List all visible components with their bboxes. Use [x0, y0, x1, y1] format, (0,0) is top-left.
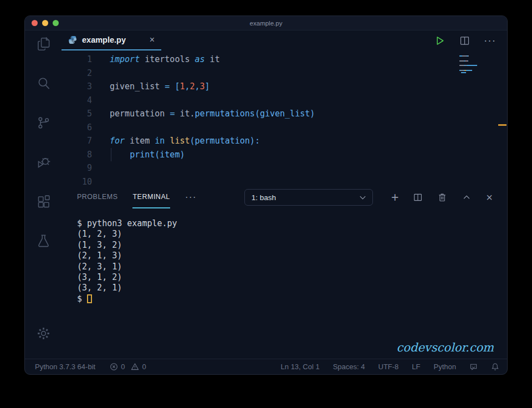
indent-guide — [111, 148, 111, 161]
close-panel-icon[interactable]: × — [486, 192, 493, 203]
line-number: 7 — [62, 134, 92, 148]
cursor-position-status[interactable]: Ln 13, Col 1 — [281, 363, 320, 371]
line-number: 6 — [62, 121, 92, 135]
feedback-icon[interactable] — [469, 363, 478, 371]
code-line[interactable] — [110, 67, 507, 80]
language-mode-status[interactable]: Python — [434, 363, 456, 371]
extensions-icon[interactable] — [25, 188, 62, 215]
tab-example-py[interactable]: example.py × — [62, 30, 161, 50]
vscode-window: example.py — [24, 16, 508, 375]
split-editor-icon[interactable] — [459, 35, 470, 47]
activity-bar — [25, 30, 62, 359]
explorer-icon[interactable] — [25, 30, 62, 57]
line-number: 10 — [62, 175, 92, 189]
search-icon[interactable] — [25, 70, 62, 96]
warning-icon — [131, 363, 139, 371]
terminal-prompt: $ — [77, 294, 82, 304]
minimize-window-button[interactable] — [42, 20, 48, 26]
settings-gear-icon[interactable] — [25, 320, 62, 346]
line-number: 4 — [62, 94, 92, 108]
code-line[interactable] — [110, 121, 507, 135]
test-beaker-icon[interactable] — [25, 227, 62, 254]
notifications-bell-icon[interactable] — [491, 363, 499, 371]
traffic-lights — [32, 20, 59, 26]
code-line[interactable] — [110, 94, 507, 108]
terminal-select-value: 1: bash — [252, 193, 276, 202]
terminal-line: (3, 2, 1) — [77, 283, 507, 293]
line-number: 2 — [62, 67, 92, 80]
maximize-window-button[interactable] — [53, 20, 59, 26]
line-number: 3 — [62, 80, 92, 94]
terminal-cursor — [87, 294, 92, 303]
tab-terminal[interactable]: TERMINAL — [132, 186, 170, 208]
watermark-text: codevscolor.com — [397, 341, 494, 354]
python-interpreter-status[interactable]: Python 3.7.3 64-bit — [35, 363, 95, 371]
window-title: example.py — [25, 20, 507, 27]
chevron-down-icon — [359, 193, 367, 202]
terminal-output[interactable]: $ python3 example.py(1, 2, 3)(1, 3, 2)(2… — [62, 208, 507, 359]
code-line[interactable]: given_list = [1,2,3] — [110, 80, 507, 94]
terminal-line: (3, 1, 2) — [77, 272, 507, 283]
error-count: 0 — [121, 363, 125, 371]
code-line[interactable] — [110, 161, 507, 175]
code-line[interactable] — [110, 175, 507, 189]
line-number: 9 — [62, 161, 92, 175]
code-line[interactable]: for item in list(permutation): — [110, 134, 507, 148]
terminal-prompt-line[interactable]: $ — [77, 294, 507, 304]
code-line[interactable]: import itertools as it — [110, 53, 507, 67]
new-terminal-icon[interactable]: + — [391, 191, 398, 204]
split-terminal-icon[interactable] — [413, 192, 423, 202]
terminal-line: (1, 2, 3) — [77, 229, 507, 239]
run-file-button[interactable] — [434, 35, 446, 47]
code-line[interactable]: permutation = it.permutations(given_list… — [110, 107, 507, 121]
warning-count: 0 — [142, 363, 146, 371]
tab-close-icon[interactable]: × — [150, 35, 155, 44]
maximize-panel-chevron-up-icon[interactable] — [462, 192, 472, 202]
line-number: 5 — [62, 107, 92, 121]
minimap[interactable] — [459, 55, 502, 79]
terminal-line: $ python3 example.py — [77, 218, 507, 229]
problems-status[interactable]: 0 0 — [110, 363, 146, 371]
editor-gutter: 12345678910 — [62, 50, 92, 186]
terminal-line: (2, 3, 1) — [77, 262, 507, 272]
panel-header: PROBLEMS TERMINAL ··· 1: bash + — [62, 186, 507, 208]
line-number: 8 — [62, 148, 92, 162]
terminal-lines: $ python3 example.py(1, 2, 3)(1, 3, 2)(2… — [77, 218, 507, 294]
eol-status[interactable]: LF — [412, 363, 420, 371]
editor-tab-bar: example.py × ··· — [62, 30, 507, 50]
terminal-line: (1, 3, 2) — [77, 240, 507, 251]
close-window-button[interactable] — [32, 20, 38, 26]
terminal-select-dropdown[interactable]: 1: bash — [244, 189, 373, 206]
source-control-icon[interactable] — [25, 109, 62, 136]
code-editor[interactable]: 12345678910 import itertools as it given… — [62, 50, 507, 186]
overview-ruler-cursor-marker — [498, 124, 507, 126]
status-bar: Python 3.7.3 64-bit 0 0 Ln 13, Col 1 Spa… — [25, 359, 507, 374]
titlebar: example.py — [25, 16, 507, 30]
code-line[interactable]: print(item) — [110, 148, 507, 162]
tab-label: example.py — [82, 35, 126, 44]
kill-terminal-trash-icon[interactable] — [437, 192, 447, 202]
tab-problems[interactable]: PROBLEMS — [77, 186, 117, 208]
panel-more-tabs-icon[interactable]: ··· — [185, 186, 197, 208]
line-number: 1 — [62, 53, 92, 67]
encoding-status[interactable]: UTF-8 — [378, 363, 399, 371]
error-icon — [110, 363, 118, 371]
editor-more-actions-icon[interactable]: ··· — [484, 34, 496, 47]
indentation-status[interactable]: Spaces: 4 — [333, 363, 365, 371]
code-lines[interactable]: import itertools as it given_list = [1,2… — [92, 50, 507, 186]
terminal-line: (2, 1, 3) — [77, 251, 507, 261]
run-debug-icon[interactable] — [25, 149, 62, 175]
python-file-icon — [68, 35, 77, 44]
